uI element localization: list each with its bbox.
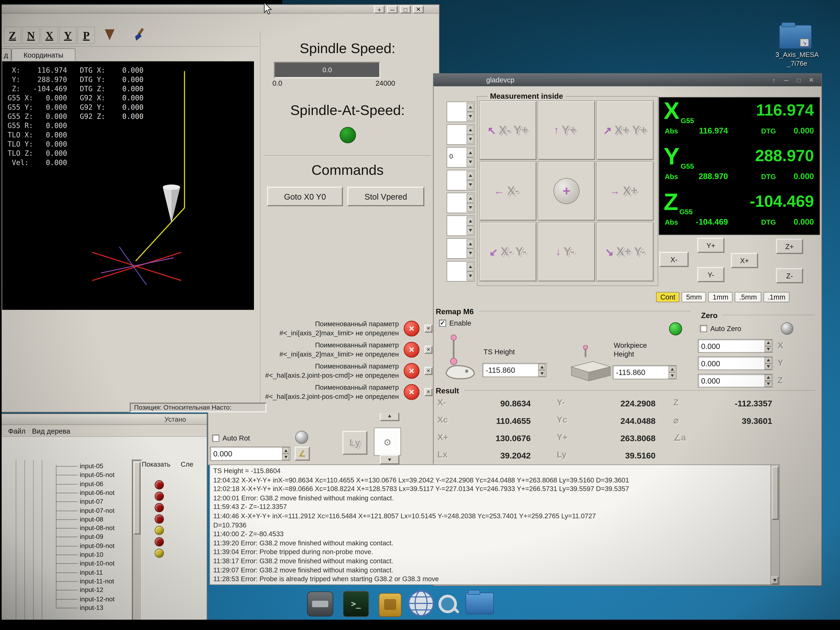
auto-zero-checkbox[interactable] — [700, 325, 707, 332]
window-shade-button[interactable]: ↑ — [768, 76, 779, 84]
spinbox[interactable] — [447, 215, 475, 236]
tab-partial[interactable]: д — [1, 48, 11, 61]
zero-entry-x[interactable] — [698, 339, 773, 353]
tree-item[interactable]: input-08-not — [56, 524, 115, 532]
probe-edge-xminus-button[interactable]: ←X- — [479, 161, 537, 221]
tree-item[interactable]: input-08 — [56, 515, 103, 524]
taskbar-icon-search[interactable] — [437, 594, 460, 616]
zero-x-spinner[interactable] — [764, 339, 772, 352]
tab-koordinaty[interactable]: Координаты — [11, 48, 76, 61]
jog-y-minus-button[interactable]: Y- — [697, 267, 725, 282]
toolbar-letter-y-button[interactable]: Y — [59, 27, 76, 44]
spinbox[interactable] — [447, 124, 475, 145]
log-scrollbar[interactable] — [771, 465, 779, 584]
probe-corner-xplus-yminus-button[interactable]: ↘X+Y- — [597, 222, 654, 282]
increment-5mm-button[interactable]: 5mm — [682, 292, 706, 302]
toolbar-letter-p-button[interactable]: P — [77, 27, 95, 44]
window-minimize-button[interactable]: ─ — [781, 76, 791, 84]
log-scroll-down-button[interactable] — [771, 576, 778, 584]
window-maximize-button[interactable]: □ — [400, 5, 411, 14]
increment-05mm-button[interactable]: .5mm — [735, 292, 761, 302]
error-close-button[interactable]: ✕ — [424, 325, 433, 333]
zero-y-spinner[interactable] — [764, 357, 772, 369]
zero-z-spinner[interactable] — [764, 374, 772, 387]
taskbar-icon-terminal[interactable]: >_ — [343, 591, 369, 617]
zero-entry-y[interactable] — [698, 357, 773, 370]
increment-cont-button[interactable]: Cont — [656, 292, 680, 302]
column-header-show[interactable]: Показать — [142, 461, 171, 468]
window-minimize-button[interactable]: ─ — [387, 5, 398, 14]
auto-rot-checkbox[interactable] — [212, 435, 219, 442]
taskbar-icon-packages[interactable] — [379, 593, 401, 617]
tree-item[interactable]: input-05 — [56, 462, 103, 471]
tree-item[interactable]: input-07 — [56, 497, 103, 506]
column-header-next[interactable]: Сле — [181, 461, 193, 468]
tree-item[interactable]: input-07-not — [56, 506, 115, 515]
toolbar-letter-x-button[interactable]: X — [41, 27, 58, 44]
spinbox[interactable] — [447, 261, 475, 282]
log-scrollbar-thumb[interactable] — [772, 466, 779, 520]
cone-tool-button[interactable] — [101, 27, 118, 43]
workpiece-height-entry[interactable] — [613, 365, 677, 379]
spinbox[interactable] — [447, 101, 475, 122]
jog-x-minus-button[interactable]: X- — [659, 252, 688, 267]
probe-edge-xplus-button[interactable]: →X+ — [597, 161, 654, 221]
tree-item[interactable]: input-09 — [56, 532, 103, 541]
error-close-button[interactable]: ✕ — [424, 346, 433, 354]
probe-center-button[interactable]: + — [538, 161, 595, 221]
goto-x0y0-button[interactable]: Goto X0 Y0 — [267, 186, 343, 206]
preview-canvas[interactable]: X: 116.974 DTG X: 0.000 Y: 288.970 DTG Y… — [2, 61, 254, 310]
probe-corner-xplus-yplus-button[interactable]: ↗X+Y+ — [597, 100, 654, 160]
auto-rot-spinner[interactable] — [282, 447, 289, 460]
tree-item[interactable]: input-11-not — [56, 577, 114, 586]
desktop-shortcut[interactable]: ↘ 3_Axis_MESA _7i76e — [762, 19, 832, 68]
zero-entry-z[interactable] — [698, 374, 773, 387]
taskbar-icon-browser[interactable] — [407, 589, 435, 617]
spinbox[interactable] — [447, 170, 475, 191]
error-close-button[interactable]: ✕ — [424, 388, 433, 396]
jog-x-plus-button[interactable]: X+ — [731, 253, 758, 268]
auto-rot-entry[interactable] — [210, 447, 291, 461]
probe-edge-yplus-button[interactable]: ↑Y+ — [538, 100, 595, 160]
tree-titlebar[interactable]: Устано — [1, 414, 207, 425]
toolbar-letter-z-button[interactable]: Z — [4, 27, 21, 44]
target-box[interactable]: ⊙ — [374, 428, 401, 456]
jog-z-plus-button[interactable]: Z+ — [776, 239, 803, 254]
ts-height-entry[interactable] — [483, 363, 546, 377]
spinbox[interactable] — [447, 193, 475, 213]
taskbar-icon-files[interactable] — [466, 592, 494, 614]
rotate-angle-button[interactable]: ∠ — [295, 447, 310, 461]
log-panel[interactable]: TS Height = -115.8604 12:04:32 X-X+Y-Y+ … — [209, 464, 780, 585]
tree-item[interactable]: input-10-not — [56, 559, 115, 568]
error-close-button[interactable]: ✕ — [424, 367, 433, 375]
window-maximize-button[interactable]: □ — [793, 76, 804, 84]
tree-item[interactable]: input-12-not — [56, 595, 115, 603]
tree-scrollbar-thumb[interactable] — [134, 462, 141, 534]
tree-item[interactable]: input-12 — [56, 586, 103, 594]
tree-item[interactable]: input-09-not — [56, 542, 115, 550]
tree-scrollbar[interactable] — [132, 459, 142, 625]
probe-corner-xminus-yminus-button[interactable]: ↙X-Y- — [479, 222, 537, 282]
increment-1mm-button[interactable]: 1mm — [708, 292, 733, 302]
enable-checkbox[interactable]: ✓ — [439, 320, 446, 327]
jog-y-plus-button[interactable]: Y+ — [697, 238, 725, 253]
window-close-button[interactable]: ✕ — [806, 76, 816, 84]
probe-edge-yminus-button[interactable]: ↓Y- — [538, 222, 595, 282]
tree-item[interactable]: input-10 — [56, 550, 103, 559]
jog-z-minus-button[interactable]: Z- — [776, 268, 803, 283]
spinbox[interactable] — [447, 238, 475, 259]
taskbar-icon-panel[interactable] — [307, 592, 333, 617]
window-pin-button[interactable]: + — [374, 5, 385, 14]
tree-item[interactable]: input-06-not — [56, 488, 115, 497]
tree-item[interactable]: input-11 — [56, 568, 103, 577]
toolbar-letter-n-button[interactable]: N — [22, 27, 39, 44]
brush-tool-button[interactable] — [131, 27, 147, 43]
tree-item[interactable]: input-06 — [56, 480, 103, 488]
ly-icon-button[interactable]: Ly — [343, 431, 368, 455]
tree-item[interactable]: input-13 — [56, 603, 103, 612]
spin-down-button[interactable] — [380, 455, 399, 464]
axis-titlebar[interactable]: + ─ □ ✕ — [1, 5, 439, 14]
window-close-button[interactable]: ✕ — [413, 5, 424, 14]
spinbox[interactable]: 0 — [447, 147, 475, 168]
increment-01mm-button[interactable]: .1mm — [763, 292, 789, 302]
